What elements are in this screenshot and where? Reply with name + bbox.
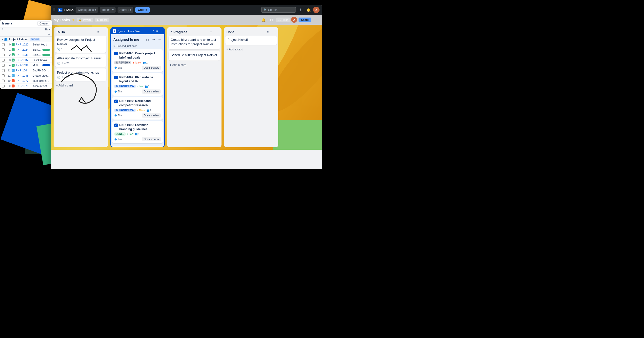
- starred-button[interactable]: Starred: [118, 7, 133, 13]
- jira-list-expand[interactable]: ⇔: [156, 29, 158, 33]
- status-done-badge[interactable]: DONE ▾: [114, 132, 126, 136]
- sidebar-checkbox-4[interactable]: [2, 64, 5, 67]
- row-id-0[interactable]: RNR-1020: [16, 43, 32, 46]
- sidebar-row-12[interactable]: 12 □ RNR-1045 Create Video Assets for Sa…: [0, 73, 52, 78]
- share-button[interactable]: Share: [298, 18, 311, 22]
- jira-card-1096-title: RNR-1096: Create project brief and goals: [119, 51, 161, 60]
- navbar-right: 🔍 Search ℹ 🔔 A: [261, 7, 320, 13]
- members-icon: 👥: [143, 61, 146, 64]
- search-box[interactable]: 🔍 Search: [261, 7, 296, 13]
- row-num-3: 3: [6, 59, 10, 62]
- jira-checkbox-1096[interactable]: ✓: [114, 52, 118, 55]
- filter-button[interactable]: ⚏ Filter: [276, 18, 290, 22]
- notification-bell-button[interactable]: 🔔: [260, 17, 267, 23]
- members-count-1090: 1: [138, 133, 140, 135]
- todo-list-collapse[interactable]: ⇔: [96, 30, 100, 34]
- todo-add-card-button[interactable]: + Add a card: [55, 83, 106, 89]
- board-view-badge[interactable]: ⊞ Board: [95, 18, 109, 22]
- workspaces-button[interactable]: Workspaces: [76, 7, 98, 13]
- priority-low-icon: ↓: [137, 85, 138, 88]
- view-toggle-button[interactable]: ⊡: [268, 17, 275, 23]
- card-atlas-update[interactable]: Atlas update for Project Rainier 🕐 Jun 2…: [55, 54, 106, 67]
- info-button[interactable]: ℹ: [297, 7, 304, 13]
- jira-list-more[interactable]: ···: [160, 29, 162, 33]
- atlas-date: Jun 20: [61, 62, 70, 65]
- status-in-progress-badge-1092[interactable]: IN PROGRESS ▾: [114, 85, 136, 88]
- jira-card-1092[interactable]: ✓ RNR-1092: Plan website layout and IA I…: [112, 73, 163, 96]
- board-visibility-badge[interactable]: 🔒 Private: [77, 18, 93, 22]
- open-preview-1090[interactable]: Open preview: [142, 137, 161, 141]
- sidebar-row-1[interactable]: 1 ▲ RNR-2024 Sign Contract for SunSpot T…: [0, 47, 52, 52]
- card-project-kickoff[interactable]: Project Kickoff: [226, 36, 277, 45]
- sidebar-section-header[interactable]: ▾ 👥 Project Rainier SPRINT: [0, 37, 52, 42]
- sidebar-checkbox-1[interactable]: [2, 49, 5, 51]
- status-in-progress-badge-1097[interactable]: IN PROGRESS ▾: [114, 109, 136, 112]
- sidebar-checkbox-19[interactable]: [2, 80, 5, 82]
- priority-low-badge-1092: ↓ Low: [137, 85, 143, 88]
- row-id-2[interactable]: RNR-1036: [16, 53, 32, 56]
- done-add-card-button[interactable]: + Add a card: [226, 47, 277, 52]
- sidebar-checkbox-12[interactable]: [2, 74, 5, 77]
- sidebar-issue-button[interactable]: Issue: [2, 22, 12, 25]
- row-id-20[interactable]: RNR-1078: [16, 85, 32, 88]
- grid-icon[interactable]: ⠿: [53, 8, 56, 12]
- row-id-19[interactable]: RNR-1077: [16, 79, 32, 82]
- sidebar-row-3[interactable]: 3 ▲ RNR-1037 Quick booking for accomodat…: [0, 58, 52, 63]
- sidebar-row-2[interactable]: 2 ▲ RNR-1036 Select key travel partners …: [0, 52, 52, 58]
- sidebar-row-19[interactable]: 19 ! RNR-1077 Multi-dest search UI mobil…: [0, 78, 52, 84]
- recent-button[interactable]: Recent: [100, 7, 116, 13]
- open-preview-1092[interactable]: Open preview: [142, 90, 161, 94]
- card-schedule-blitz[interactable]: Schedule blitz for Project Rainier: [169, 51, 220, 60]
- row-id-11[interactable]: RNR-1044: [16, 69, 32, 72]
- user-avatar[interactable]: A: [313, 7, 320, 13]
- create-button[interactable]: Create: [135, 7, 150, 13]
- row-bar-2: [42, 54, 50, 56]
- sidebar-row-4[interactable]: 4 ▲ RNR-1039 Multi-dest search UI web: [0, 63, 52, 68]
- in-progress-collapse[interactable]: ⇔: [209, 30, 214, 34]
- row-id-3[interactable]: RNR-1037: [16, 59, 32, 62]
- sidebar-row-0[interactable]: 0 ▲ RNR-1020 Select key travel partners …: [0, 42, 52, 47]
- done-collapse[interactable]: ⇔: [266, 30, 270, 34]
- done-more[interactable]: ···: [272, 30, 276, 34]
- row-id-4[interactable]: RNR-1039: [16, 64, 32, 67]
- sidebar-checkbox-0[interactable]: [2, 43, 5, 46]
- in-progress-more[interactable]: ···: [214, 30, 219, 34]
- row-bar-4: [42, 64, 50, 66]
- jira-card-1097[interactable]: ✓ RNR-1097: Market and competitor resear…: [112, 97, 163, 120]
- workspaces-chevron: [94, 8, 96, 12]
- jira-checkbox-1092[interactable]: ✓: [114, 76, 118, 79]
- card-pre-mortem[interactable]: Project pre-mortem workshop 🕐 Jun 20: [55, 69, 106, 81]
- row-id-12[interactable]: RNR-1045: [16, 74, 32, 77]
- jira-checkbox-1090[interactable]: ✓: [114, 124, 118, 127]
- jira-card-1097-header: ✓ RNR-1097: Market and competitor resear…: [114, 99, 161, 108]
- assigned-more-btn[interactable]: ···: [157, 37, 162, 42]
- sidebar-row-20[interactable]: 20 ! RNR-1078 Account settings defaults: [0, 84, 52, 89]
- card-review-designs[interactable]: Review designs for Project Rainier 📎 1: [55, 36, 106, 53]
- row-id-1[interactable]: RNR-2024: [16, 48, 32, 51]
- open-preview-1096[interactable]: Open preview: [142, 66, 161, 70]
- sidebar-create-button[interactable]: Create: [37, 21, 50, 26]
- sidebar-checkbox-11[interactable]: [2, 69, 5, 72]
- notification-button[interactable]: 🔔: [305, 7, 312, 13]
- todo-list-more[interactable]: ···: [101, 30, 106, 34]
- card-create-blitz[interactable]: Create blitz board and write test instru…: [169, 36, 220, 50]
- open-preview-1097[interactable]: Open preview: [142, 113, 161, 118]
- members-icon-1097: 👥: [146, 109, 150, 112]
- sidebar-row-11[interactable]: 11 □ RNR-1044 BugFix BG Web-store app cr: [0, 68, 52, 73]
- in-progress-add-card-button[interactable]: + Add a card: [169, 62, 220, 68]
- jira-card-1090[interactable]: ✓ RNR-1090: Establish branding guideline…: [112, 121, 163, 144]
- jira-card-1096[interactable]: ✓ RNR-1096: Create project brief and goa…: [112, 50, 163, 72]
- sidebar-checkbox-3[interactable]: [2, 59, 5, 62]
- view-label: Board: [100, 18, 108, 21]
- more-options-button[interactable]: ···: [312, 17, 319, 23]
- jira-checkbox-1097[interactable]: ✓: [114, 100, 118, 103]
- sidebar-col-headers: # Nov: [0, 28, 52, 32]
- sidebar-checkbox-20[interactable]: [2, 85, 5, 88]
- assigned-filter-btn[interactable]: ⚏: [145, 37, 150, 42]
- board-star-icon[interactable]: ★: [72, 18, 75, 22]
- status-in-review-badge[interactable]: IN REVIEW ▾: [114, 61, 131, 64]
- assigned-expand-btn[interactable]: ⇔: [151, 37, 156, 42]
- jira-external-link[interactable]: ↗: [152, 30, 154, 32]
- sidebar-checkbox-2[interactable]: [2, 54, 5, 56]
- navbar: ⠿ Trello Workspaces Recent Starred Creat…: [50, 5, 322, 15]
